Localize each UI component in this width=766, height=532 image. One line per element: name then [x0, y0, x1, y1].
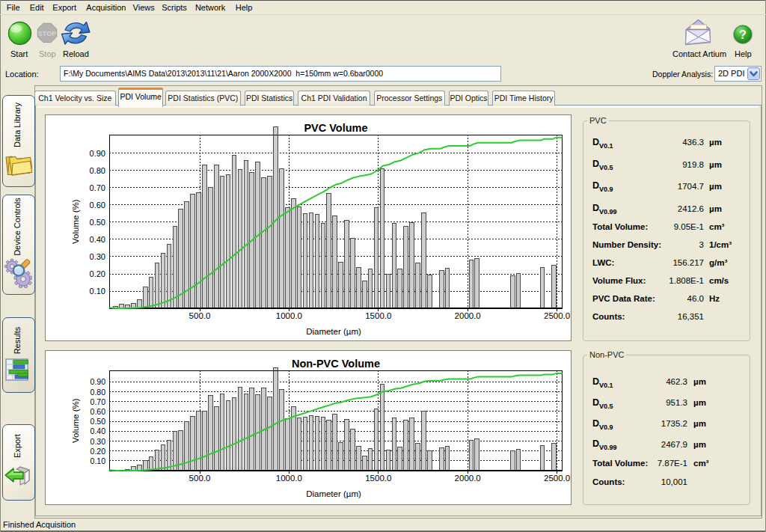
svg-text:Diameter (µm): Diameter (µm): [306, 489, 361, 498]
svg-text:Volume (%): Volume (%): [71, 398, 80, 443]
svg-text:Diameter (µm): Diameter (µm): [306, 327, 361, 336]
svg-text:500.0: 500.0: [189, 311, 211, 320]
svg-text:0.50: 0.50: [90, 218, 105, 227]
svg-text:1000.0: 1000.0: [276, 474, 302, 483]
svg-text:PVC Volume: PVC Volume: [304, 122, 367, 134]
svg-text:Volume (%): Volume (%): [71, 199, 80, 244]
svg-text:0.60: 0.60: [90, 201, 105, 210]
svg-text:0.40: 0.40: [90, 235, 105, 244]
svg-text:0.80: 0.80: [90, 166, 105, 175]
svg-text:0.60: 0.60: [91, 407, 106, 416]
svg-text:0.10: 0.10: [90, 287, 105, 296]
svg-text:2000.0: 2000.0: [455, 311, 481, 320]
svg-text:1500.0: 1500.0: [365, 311, 391, 320]
svg-text:STOP: STOP: [38, 30, 56, 37]
svg-text:0.90: 0.90: [91, 377, 106, 386]
svg-text:2500.0: 2500.0: [544, 311, 570, 320]
svg-text:1000.0: 1000.0: [276, 311, 302, 320]
svg-text:0.50: 0.50: [91, 417, 106, 426]
svg-text:0.20: 0.20: [91, 447, 106, 456]
svg-text:0.30: 0.30: [90, 252, 105, 261]
svg-text:1500.0: 1500.0: [365, 474, 391, 483]
svg-text:2500.0: 2500.0: [544, 474, 570, 483]
svg-text:0.20: 0.20: [90, 269, 105, 278]
svg-text:0.90: 0.90: [90, 149, 105, 158]
svg-text:0.10: 0.10: [91, 456, 106, 465]
svg-text:0.40: 0.40: [91, 426, 106, 435]
svg-text:0.70: 0.70: [91, 397, 106, 406]
svg-text:0.80: 0.80: [91, 388, 106, 397]
svg-text:?: ?: [739, 28, 747, 41]
svg-text:Non-PVC Volume: Non-PVC Volume: [292, 358, 380, 370]
svg-text:500.0: 500.0: [189, 474, 211, 483]
svg-text:0.30: 0.30: [91, 437, 106, 446]
svg-text:0.70: 0.70: [90, 183, 105, 192]
svg-text:2000.0: 2000.0: [455, 474, 481, 483]
